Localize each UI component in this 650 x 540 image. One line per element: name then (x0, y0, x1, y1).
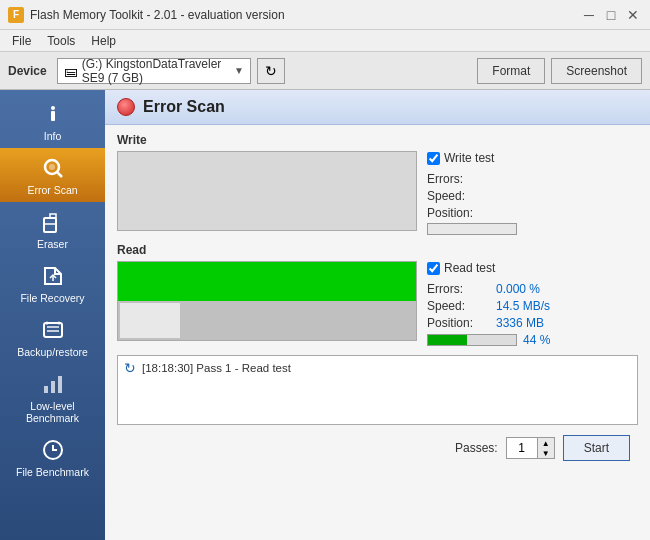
read-test-checkbox-label[interactable]: Read test (427, 261, 550, 275)
read-speed-value: 14.5 MB/s (496, 299, 550, 313)
sidebar-item-info-label: Info (44, 130, 62, 142)
main-layout: Info Error Scan Eraser (0, 90, 650, 540)
sidebar-item-backup-restore-label: Backup/restore (17, 346, 88, 358)
read-errors-row: Errors: 0.000 % (427, 282, 550, 296)
read-speed-row: Speed: 14.5 MB/s (427, 299, 550, 313)
file-benchmark-icon (39, 436, 67, 464)
sidebar-item-backup-restore[interactable]: Backup/restore (0, 310, 105, 364)
passes-increment-button[interactable]: ▲ (538, 438, 554, 448)
device-name: (G:) KingstonDataTraveler SE9 (7 GB) (82, 57, 230, 85)
sidebar-item-error-scan[interactable]: Error Scan (0, 148, 105, 202)
sidebar-item-eraser-label: Eraser (37, 238, 68, 250)
write-scan-bar (117, 151, 417, 231)
sidebar-item-low-level-benchmark[interactable]: Low-level Benchmark (0, 364, 105, 430)
write-progress-bar (427, 223, 517, 235)
sidebar-item-eraser[interactable]: Eraser (0, 202, 105, 256)
read-test-checkbox[interactable] (427, 262, 440, 275)
maximize-button[interactable]: □ (602, 6, 620, 24)
content-area: Error Scan Write Write test Errors: (105, 90, 650, 540)
bottom-bar: Passes: 1 ▲ ▼ Start (117, 431, 638, 465)
sidebar-item-file-recovery-label: File Recovery (20, 292, 84, 304)
start-button[interactable]: Start (563, 435, 630, 461)
sidebar-item-error-scan-label: Error Scan (27, 184, 77, 196)
title-bar: F Flash Memory Toolkit - 2.01 - evaluati… (0, 0, 650, 30)
toolbar: Device 🖴 (G:) KingstonDataTraveler SE9 (… (0, 52, 650, 90)
write-test-checkbox[interactable] (427, 152, 440, 165)
svg-point-11 (45, 322, 48, 325)
menu-help[interactable]: Help (83, 32, 124, 50)
minimize-button[interactable]: ─ (580, 6, 598, 24)
svg-rect-14 (51, 381, 55, 393)
svg-rect-9 (47, 326, 59, 328)
read-scan-area: Read test Errors: 0.000 % Speed: 14.5 MB… (117, 261, 638, 347)
read-position-row: Position: 3336 MB (427, 316, 550, 330)
log-area: ↻ [18:18:30] Pass 1 - Read test (117, 355, 638, 425)
close-button[interactable]: ✕ (624, 6, 642, 24)
sidebar-item-info[interactable]: Info (0, 94, 105, 148)
passes-spinners: ▲ ▼ (537, 438, 554, 458)
passes-label: Passes: (455, 441, 498, 455)
read-section-label: Read (117, 243, 638, 257)
sidebar-item-file-benchmark[interactable]: File Benchmark (0, 430, 105, 484)
svg-rect-15 (58, 376, 62, 393)
device-label: Device (8, 64, 47, 78)
svg-rect-13 (44, 386, 48, 393)
drive-icon: 🖴 (64, 63, 78, 79)
read-percent-value: 44 % (523, 333, 550, 347)
title-text: Flash Memory Toolkit - 2.01 - evaluation… (30, 8, 580, 22)
content-title: Error Scan (143, 98, 225, 116)
svg-point-4 (49, 164, 55, 170)
write-test-checkbox-label[interactable]: Write test (427, 151, 517, 165)
read-position-label: Position: (427, 316, 492, 330)
write-section-label: Write (117, 133, 638, 147)
eraser-icon (39, 208, 67, 236)
menu-tools[interactable]: Tools (39, 32, 83, 50)
write-info: Write test Errors: Speed: Position: (427, 151, 517, 235)
write-position-row: Position: (427, 206, 517, 220)
sidebar-item-file-recovery[interactable]: File Recovery (0, 256, 105, 310)
read-scan-bar (117, 261, 417, 341)
app-icon: F (8, 7, 24, 23)
dropdown-arrow-icon: ▼ (234, 65, 244, 76)
write-position-label: Position: (427, 206, 492, 220)
read-speed-label: Speed: (427, 299, 492, 313)
read-test-label: Read test (444, 261, 495, 275)
svg-point-1 (51, 106, 55, 110)
svg-line-3 (57, 172, 62, 177)
write-scan-area: Write test Errors: Speed: Position: (117, 151, 638, 235)
menu-file[interactable]: File (4, 32, 39, 50)
format-button[interactable]: Format (477, 58, 545, 84)
device-dropdown[interactable]: 🖴 (G:) KingstonDataTraveler SE9 (7 GB) ▼ (57, 58, 251, 84)
menu-bar: File Tools Help (0, 30, 650, 52)
file-recovery-icon (39, 262, 67, 290)
svg-rect-10 (47, 330, 59, 332)
svg-point-12 (57, 322, 60, 325)
write-speed-row: Speed: (427, 189, 517, 203)
read-errors-value: 0.000 % (496, 282, 540, 296)
read-progress-fill (428, 335, 467, 345)
passes-decrement-button[interactable]: ▼ (538, 448, 554, 458)
log-entry: ↻ [18:18:30] Pass 1 - Read test (124, 360, 631, 376)
svg-rect-5 (44, 218, 56, 232)
read-scan-green-fill (118, 262, 416, 301)
error-scan-icon (39, 154, 67, 182)
screenshot-button[interactable]: Screenshot (551, 58, 642, 84)
log-entry-icon: ↻ (124, 360, 136, 376)
svg-rect-0 (51, 111, 55, 121)
passes-value[interactable]: 1 (507, 438, 537, 458)
read-info: Read test Errors: 0.000 % Speed: 14.5 MB… (427, 261, 550, 347)
window-controls: ─ □ ✕ (580, 6, 642, 24)
sidebar: Info Error Scan Eraser (0, 90, 105, 540)
info-icon (39, 100, 67, 128)
backup-restore-icon (39, 316, 67, 344)
content-body: Write Write test Errors: Speed: (105, 125, 650, 473)
write-test-label: Write test (444, 151, 494, 165)
write-speed-label: Speed: (427, 189, 492, 203)
read-scan-white-patch (120, 303, 180, 338)
read-position-value: 3336 MB (496, 316, 544, 330)
read-progress-bar (427, 334, 517, 346)
content-header: Error Scan (105, 90, 650, 125)
header-circle-icon (117, 98, 135, 116)
refresh-button[interactable]: ↻ (257, 58, 285, 84)
write-errors-row: Errors: (427, 172, 517, 186)
